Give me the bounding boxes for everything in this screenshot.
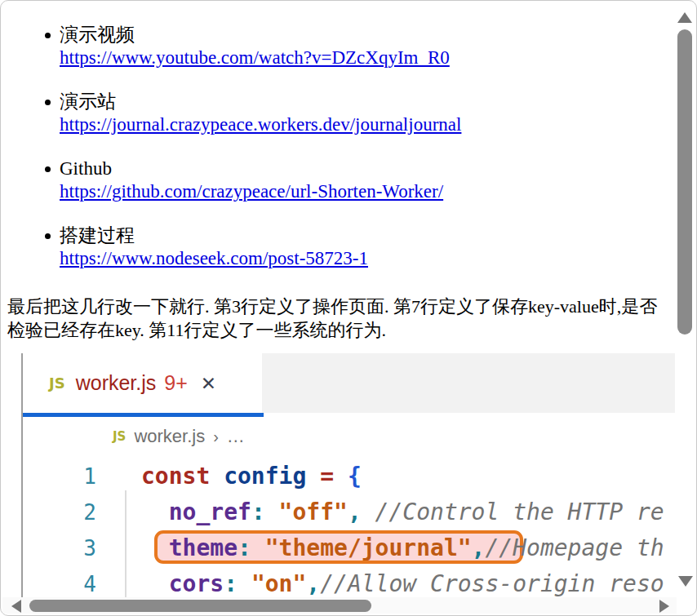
link-label: Github — [60, 157, 664, 180]
problems-badge: 9+ — [164, 371, 188, 395]
token-space — [238, 570, 251, 597]
token-punc: : — [238, 534, 251, 561]
bullet-icon — [45, 100, 51, 105]
bullet-icon — [45, 233, 51, 239]
scroll-left-arrow-icon[interactable] — [11, 600, 21, 613]
page: 演示视频https://www.youtube.com/watch?v=DZcX… — [0, 0, 697, 616]
code-line[interactable]: 4 cors: "on",//Allow Cross-origin reso — [23, 570, 677, 599]
chevron-right-icon: › — [213, 428, 219, 446]
code-line-content: no_ref: "off", //Control the HTTP re — [141, 499, 664, 525]
token-space — [334, 463, 348, 490]
token-punc: , — [348, 499, 362, 525]
line-number: 3 — [23, 534, 96, 561]
token-prop: cors — [169, 570, 224, 597]
token-str: "off" — [279, 499, 348, 525]
tab-filename: worker.js — [76, 371, 157, 395]
token-str: "on" — [251, 570, 306, 597]
line-number: 2 — [23, 499, 96, 525]
vertical-scrollbar-thumb[interactable] — [677, 29, 692, 335]
token-punc: , — [472, 534, 486, 561]
token-space — [141, 570, 169, 597]
horizontal-scrollbar-thumb[interactable] — [29, 600, 371, 612]
code-line[interactable]: 1const config = { — [23, 463, 677, 499]
token-punc: , — [306, 570, 320, 597]
token-space — [141, 534, 169, 561]
token-punc: : — [224, 570, 238, 597]
paragraph: 最后把这几行改一下就行. 第3行定义了操作页面. 第7行定义了保存key-val… — [7, 295, 662, 342]
token-space — [251, 534, 265, 561]
token-kw: const — [141, 463, 210, 490]
js-file-icon: JS — [49, 374, 65, 392]
token-space — [306, 463, 320, 490]
links-list: 演示视频https://www.youtube.com/watch?v=DZcX… — [1, 1, 696, 270]
scroll-right-arrow-icon[interactable] — [659, 600, 669, 613]
token-space — [141, 499, 169, 525]
bullet-icon — [45, 166, 51, 172]
token-punc: : — [251, 499, 265, 525]
bullet-icon — [45, 33, 51, 38]
hyperlink[interactable]: https://www.youtube.com/watch?v=DZcXqyIm… — [60, 47, 450, 68]
link-label: 演示站 — [60, 91, 664, 113]
token-var: config — [224, 463, 306, 490]
breadcrumb[interactable]: JS worker.js › … — [23, 417, 677, 456]
list-item: 演示视频https://www.youtube.com/watch?v=DZcX… — [60, 24, 664, 69]
token-str: "theme/journal" — [265, 534, 472, 561]
code-line-content: theme: "theme/journal",//Homepage th — [141, 534, 664, 561]
line-number: 1 — [23, 463, 96, 489]
scroll-up-arrow-icon[interactable] — [677, 12, 692, 23]
hyperlink[interactable]: https://www.nodeseek.com/post-58723-1 — [60, 248, 368, 268]
token-space — [210, 463, 224, 490]
list-item: 演示站https://journal.crazypeace.workers.de… — [60, 91, 664, 136]
code-line-content: const config = { — [141, 463, 362, 490]
token-cmt: //Homepage th — [485, 534, 664, 561]
token-prop: no_ref — [169, 499, 251, 525]
token-brace: { — [348, 463, 362, 490]
hyperlink[interactable]: https://journal.crazypeace.workers.dev/j… — [60, 114, 461, 135]
token-cmt: //Allow Cross-origin reso — [320, 570, 664, 597]
breadcrumb-more[interactable]: … — [227, 426, 245, 447]
token-kw: = — [320, 463, 334, 490]
js-file-icon: JS — [113, 429, 126, 444]
token-cmt: //Control the HTTP re — [375, 499, 664, 525]
code-line[interactable]: 3 theme: "theme/journal",//Homepage th — [23, 534, 677, 570]
code-line-content: cors: "on",//Allow Cross-origin reso — [141, 570, 664, 597]
token-prop: theme — [169, 534, 238, 561]
vscode-screenshot: JS worker.js 9+ ✕ JS worker.js › … 1cons… — [21, 353, 677, 599]
breadcrumb-file[interactable]: worker.js — [134, 426, 205, 447]
hyperlink[interactable]: https://github.com/crazypeace/url-Shorte… — [60, 181, 443, 202]
list-item: Githubhttps://github.com/crazypeace/url-… — [60, 157, 664, 203]
code-line[interactable]: 2 no_ref: "off", //Control the HTTP re — [23, 499, 677, 534]
editor-tab-bar: JS worker.js 9+ ✕ — [23, 353, 677, 413]
vertical-scrollbar[interactable] — [675, 2, 695, 599]
list-item: 搭建过程https://www.nodeseek.com/post-58723-… — [60, 224, 664, 270]
link-label: 演示视频 — [60, 24, 664, 47]
tab-worker-js[interactable]: JS worker.js 9+ ✕ — [23, 353, 262, 413]
horizontal-scrollbar[interactable] — [2, 597, 677, 614]
token-space — [265, 499, 279, 525]
close-icon[interactable]: ✕ — [201, 373, 216, 394]
token-space — [362, 499, 375, 525]
code-area[interactable]: 1const config = {2 no_ref: "off", //Cont… — [23, 456, 677, 599]
scroll-down-arrow-icon[interactable] — [678, 576, 693, 587]
line-number: 4 — [23, 570, 96, 596]
link-label: 搭建过程 — [60, 224, 664, 247]
